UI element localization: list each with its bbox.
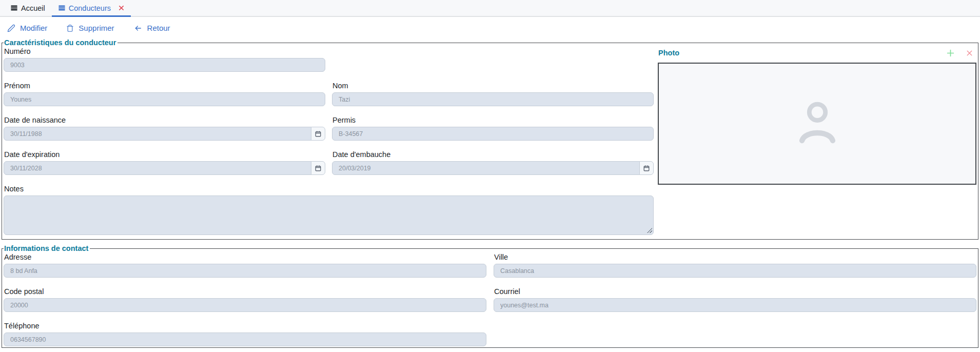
expiration-input[interactable] bbox=[4, 161, 311, 175]
permis-input[interactable] bbox=[332, 127, 654, 141]
trash-icon bbox=[66, 24, 74, 32]
form-row: Date de naissance Permis bbox=[4, 116, 654, 141]
numero-field-group: Numéro bbox=[4, 47, 325, 72]
calendar-icon bbox=[315, 165, 322, 172]
hiredate-input[interactable] bbox=[332, 161, 640, 175]
form-row: Date d'expiration Date d'embauche bbox=[4, 150, 654, 175]
form-row: Notes bbox=[4, 185, 654, 235]
birthdate-label: Date de naissance bbox=[4, 116, 325, 124]
telephone-input[interactable] bbox=[4, 333, 486, 346]
empty-cell bbox=[494, 322, 976, 346]
permis-label: Permis bbox=[332, 116, 654, 124]
telephone-field-group: Téléphone bbox=[4, 322, 486, 346]
expiration-field-group: Date d'expiration bbox=[4, 150, 325, 175]
nom-label: Nom bbox=[332, 82, 654, 90]
courriel-input[interactable] bbox=[494, 298, 976, 312]
form-row: Code postal Courriel bbox=[4, 287, 976, 312]
edit-label: Modifier bbox=[20, 24, 47, 32]
birthdate-field-group: Date de naissance bbox=[4, 116, 325, 141]
table-icon bbox=[58, 5, 65, 11]
hiredate-calendar-button[interactable] bbox=[639, 161, 654, 175]
adresse-field-group: Adresse bbox=[4, 253, 486, 278]
hiredate-field-group: Date d'embauche bbox=[332, 150, 654, 175]
ville-label: Ville bbox=[494, 253, 976, 261]
ville-field-group: Ville bbox=[494, 253, 976, 278]
calendar-icon bbox=[643, 165, 650, 172]
driver-section: Caractéristiques du conducteur Numéro Pr… bbox=[2, 39, 978, 240]
expiration-calendar-button[interactable] bbox=[311, 161, 325, 175]
calendar-icon bbox=[315, 130, 322, 138]
table-icon bbox=[11, 5, 17, 11]
tab-label: Accueil bbox=[21, 4, 45, 12]
empty-cell bbox=[332, 47, 654, 72]
photo-panel: Photo bbox=[658, 47, 976, 185]
person-placeholder-icon bbox=[794, 97, 841, 150]
delete-label: Supprimer bbox=[79, 24, 114, 32]
numero-input[interactable] bbox=[4, 58, 325, 72]
courriel-field-group: Courriel bbox=[494, 287, 976, 312]
form-row: Prénom Nom bbox=[4, 82, 654, 106]
adresse-label: Adresse bbox=[4, 253, 486, 261]
prenom-field-group: Prénom bbox=[4, 82, 325, 106]
tab-bar: Accueil Conducteurs bbox=[0, 0, 980, 17]
driver-section-legend: Caractéristiques du conducteur bbox=[4, 39, 117, 47]
delete-button[interactable]: Supprimer bbox=[66, 24, 114, 32]
form-row: Numéro bbox=[4, 47, 654, 72]
back-label: Retour bbox=[147, 24, 170, 32]
close-tab-icon[interactable] bbox=[119, 5, 124, 11]
form-row: Téléphone bbox=[4, 322, 976, 346]
ville-input[interactable] bbox=[494, 264, 976, 278]
pencil-icon bbox=[7, 24, 15, 32]
notes-label: Notes bbox=[4, 185, 654, 193]
prenom-label: Prénom bbox=[4, 82, 325, 90]
code-postal-field-group: Code postal bbox=[4, 287, 486, 312]
notes-field-group: Notes bbox=[4, 185, 654, 235]
notes-textarea[interactable] bbox=[4, 195, 654, 235]
nom-field-group: Nom bbox=[332, 82, 654, 106]
prenom-input[interactable] bbox=[4, 92, 325, 106]
code-postal-input[interactable] bbox=[4, 298, 486, 312]
adresse-input[interactable] bbox=[4, 264, 486, 278]
birthdate-calendar-button[interactable] bbox=[311, 127, 325, 141]
numero-label: Numéro bbox=[4, 47, 325, 55]
form-row: Adresse Ville bbox=[4, 253, 976, 278]
contact-section: Informations de contact Adresse Ville Co… bbox=[2, 245, 978, 348]
toolbar: Modifier Supprimer Retour bbox=[0, 17, 980, 38]
hiredate-label: Date d'embauche bbox=[332, 150, 654, 159]
courriel-label: Courriel bbox=[494, 287, 976, 296]
code-postal-label: Code postal bbox=[4, 287, 486, 296]
contact-section-legend: Informations de contact bbox=[4, 245, 90, 252]
arrow-left-icon bbox=[133, 24, 143, 32]
edit-button[interactable]: Modifier bbox=[7, 24, 47, 32]
tab-label: Conducteurs bbox=[69, 4, 111, 12]
tab-conducteurs[interactable]: Conducteurs bbox=[52, 0, 131, 16]
nom-input[interactable] bbox=[332, 92, 654, 106]
photo-placeholder-box[interactable] bbox=[658, 63, 976, 185]
add-photo-icon[interactable] bbox=[946, 49, 955, 57]
remove-photo-icon[interactable] bbox=[966, 49, 973, 57]
back-button[interactable]: Retour bbox=[133, 24, 170, 32]
expiration-label: Date d'expiration bbox=[4, 150, 325, 159]
driver-fields: Numéro Prénom Nom Date de naissance bbox=[4, 47, 654, 235]
telephone-label: Téléphone bbox=[4, 322, 486, 330]
tab-accueil[interactable]: Accueil bbox=[4, 0, 52, 16]
birthdate-input[interactable] bbox=[4, 127, 311, 141]
permis-field-group: Permis bbox=[332, 116, 654, 141]
photo-title: Photo bbox=[658, 49, 679, 57]
